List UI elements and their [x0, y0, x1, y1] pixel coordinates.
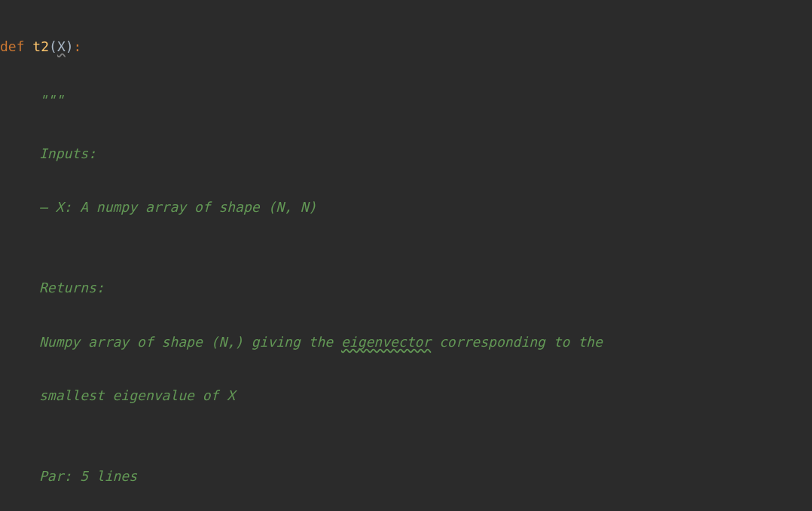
docstring-line: Inputs:	[0, 140, 812, 167]
code-line: def t2(X):	[0, 33, 812, 60]
docstring-text: corresponding to the	[431, 334, 603, 350]
docstring-spellcheck-word: eigenvector	[341, 334, 431, 350]
docstring-line: Returns:	[0, 274, 812, 301]
docstring-line: Par: 5 lines	[0, 463, 812, 490]
docstring-line: Numpy array of shape (N,) giving the eig…	[0, 329, 812, 356]
open-paren: (	[49, 38, 57, 54]
code-editor[interactable]: def t2(X): """ Inputs: — X: A numpy arra…	[0, 6, 812, 511]
docstring-open: """	[0, 87, 812, 114]
keyword-def: def	[0, 38, 25, 54]
colon: :	[74, 38, 82, 54]
close-paren: )	[66, 38, 74, 54]
function-name: t2	[32, 38, 49, 54]
parameter: X	[57, 38, 66, 54]
docstring-line: smallest eigenvalue of X	[0, 382, 812, 409]
docstring-line: — X: A numpy array of shape (N, N)	[0, 194, 812, 221]
docstring-text: Numpy array of shape (N,) giving the	[39, 334, 341, 350]
